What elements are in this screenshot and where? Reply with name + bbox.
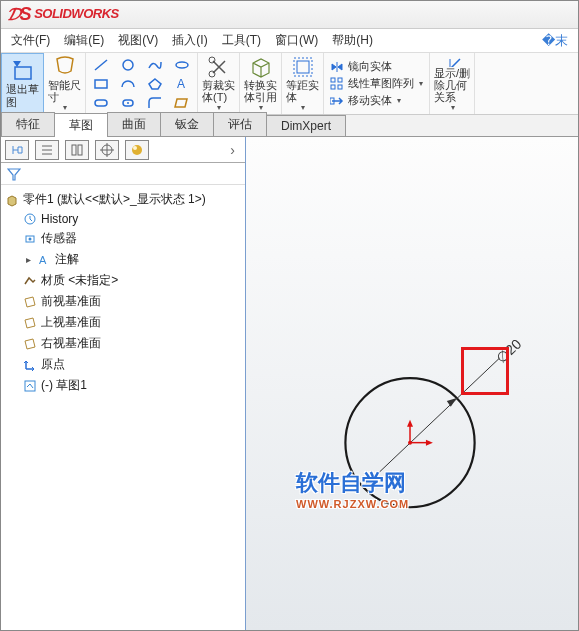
command-tabs: 特征 草图 曲面 钣金 评估 DimXpert xyxy=(1,115,578,137)
graphics-canvas[interactable]: ∅20 软件自学网 WWW.RJZXW.COM xyxy=(246,137,578,630)
svg-rect-12 xyxy=(297,61,309,73)
chevron-down-icon: ▾ xyxy=(217,103,221,112)
annotation-icon: A xyxy=(37,253,51,267)
history-icon xyxy=(23,212,37,226)
svg-rect-4 xyxy=(95,80,107,88)
circle-tool[interactable] xyxy=(115,56,141,74)
svg-point-41 xyxy=(408,441,412,445)
convert-button[interactable]: 转换实 体引用 ▾ xyxy=(240,53,282,114)
title-bar: 𝓓S SOLIDWORKS xyxy=(1,1,578,29)
tree-annotations[interactable]: ▸ A 注解 xyxy=(1,249,245,270)
svg-marker-40 xyxy=(426,440,433,446)
point-tool[interactable] xyxy=(115,94,141,112)
offset-button[interactable]: 等距实 体 ▾ xyxy=(282,53,324,114)
property-tab[interactable] xyxy=(35,140,59,160)
appearance-tab[interactable] xyxy=(125,140,149,160)
svg-point-11 xyxy=(209,71,215,77)
relations-button[interactable]: 显示/删 除几何 关系 ▾ xyxy=(430,53,475,114)
tab-feature[interactable]: 特征 xyxy=(1,112,55,136)
fillet-tool[interactable] xyxy=(142,94,168,112)
svg-point-2 xyxy=(123,60,133,70)
smart-dim-label: 智能尺 寸 xyxy=(48,79,81,103)
tree-origin[interactable]: 原点 xyxy=(1,354,245,375)
pattern-button[interactable]: 线性草图阵列▾ xyxy=(330,76,423,91)
smart-dimension-button[interactable]: 智能尺 寸 ▾ xyxy=(44,53,86,114)
move-icon xyxy=(330,94,344,108)
feature-tree-tab[interactable] xyxy=(5,140,29,160)
tree-root[interactable]: 零件1 (默认<<默认>_显示状态 1>) xyxy=(1,189,245,210)
svg-line-19 xyxy=(444,59,460,67)
trim-button[interactable]: 剪裁实 体(T) ▾ xyxy=(198,53,240,114)
part-icon xyxy=(5,193,19,207)
svg-text:A: A xyxy=(39,254,47,266)
expand-icon[interactable]: ▸ xyxy=(23,254,33,265)
menu-window[interactable]: 窗口(W) xyxy=(269,30,324,51)
panel-chevron-icon[interactable]: › xyxy=(224,142,241,158)
tab-evaluate[interactable]: 评估 xyxy=(213,112,267,136)
rect-tool[interactable] xyxy=(88,75,114,93)
config-tab[interactable] xyxy=(65,140,89,160)
arrowhead-icon xyxy=(447,398,457,407)
plane-icon xyxy=(23,316,37,330)
tree-sensors[interactable]: 传感器 xyxy=(1,228,245,249)
convert-label: 转换实 体引用 xyxy=(244,79,277,103)
ellipse-tool[interactable] xyxy=(169,56,195,74)
slot-tool[interactable] xyxy=(88,94,114,112)
feature-tree: 零件1 (默认<<默认>_显示状态 1>) History 传感器 ▸ A 注解… xyxy=(1,185,245,630)
menu-bar: 文件(F) 编辑(E) 视图(V) 插入(I) 工具(T) 窗口(W) 帮助(H… xyxy=(1,29,578,53)
transform-group: 镜向实体 线性草图阵列▾ 移动实体▾ xyxy=(324,53,430,114)
tree-top-plane[interactable]: 上视基准面 xyxy=(1,312,245,333)
chevron-down-icon: ▾ xyxy=(301,103,305,112)
dim-tab[interactable] xyxy=(95,140,119,160)
line-tool[interactable] xyxy=(88,56,114,74)
chevron-down-icon: ▾ xyxy=(451,103,455,112)
tree-sketch1[interactable]: (-) 草图1 xyxy=(1,375,245,396)
tab-sheetmetal[interactable]: 钣金 xyxy=(160,112,214,136)
exit-sketch-label: 退出草 图 xyxy=(6,83,39,107)
sphere-icon xyxy=(130,143,144,157)
funnel-icon[interactable] xyxy=(7,167,21,181)
app-logo: 𝓓S SOLIDWORKS xyxy=(7,4,119,25)
tree-history[interactable]: History xyxy=(1,210,245,228)
search-icon[interactable]: �末 xyxy=(536,30,574,52)
tree-icon xyxy=(10,143,24,157)
text-tool[interactable]: A xyxy=(169,75,195,93)
svg-rect-26 xyxy=(78,145,82,155)
tab-surface[interactable]: 曲面 xyxy=(107,112,161,136)
feature-tree-panel: › 零件1 (默认<<默认>_显示状态 1>) History 传感器 ▸ A … xyxy=(1,137,246,630)
move-button[interactable]: 移动实体▾ xyxy=(330,93,423,108)
tree-front-plane[interactable]: 前视基准面 xyxy=(1,291,245,312)
menu-tools[interactable]: 工具(T) xyxy=(216,30,267,51)
svg-text:A: A xyxy=(177,77,185,91)
menu-insert[interactable]: 插入(I) xyxy=(166,30,213,51)
mirror-button[interactable]: 镜向实体 xyxy=(330,59,423,74)
polygon-tool[interactable] xyxy=(142,75,168,93)
chevron-down-icon: ▾ xyxy=(419,79,423,88)
svg-point-31 xyxy=(133,146,137,150)
tab-sketch[interactable]: 草图 xyxy=(54,113,108,137)
plane-tool[interactable] xyxy=(169,94,195,112)
tree-right-plane[interactable]: 右视基准面 xyxy=(1,333,245,354)
panel-tab-row: › xyxy=(1,137,245,163)
plane-icon xyxy=(23,337,37,351)
svg-point-34 xyxy=(29,237,32,240)
menu-edit[interactable]: 编辑(E) xyxy=(58,30,110,51)
menu-view[interactable]: 视图(V) xyxy=(112,30,164,51)
svg-point-9 xyxy=(127,102,129,104)
chevron-down-icon: ▾ xyxy=(63,103,67,112)
arc-tool[interactable] xyxy=(115,75,141,93)
svg-line-1 xyxy=(95,60,107,70)
exit-sketch-button[interactable]: 退出草 图 xyxy=(1,53,44,114)
trim-label: 剪裁实 体(T) xyxy=(202,79,235,103)
tree-material[interactable]: 材质 <未指定> xyxy=(1,270,245,291)
menu-help[interactable]: 帮助(H) xyxy=(326,30,379,51)
dimension-icon xyxy=(53,55,77,79)
menu-file[interactable]: 文件(F) xyxy=(5,30,56,51)
tab-dimxpert[interactable]: DimXpert xyxy=(266,115,346,136)
pattern-icon xyxy=(330,77,344,91)
plane-icon xyxy=(23,295,37,309)
svg-rect-16 xyxy=(331,85,335,89)
origin-marker xyxy=(407,420,433,446)
spline-tool[interactable] xyxy=(142,56,168,74)
convert-icon xyxy=(249,55,273,79)
